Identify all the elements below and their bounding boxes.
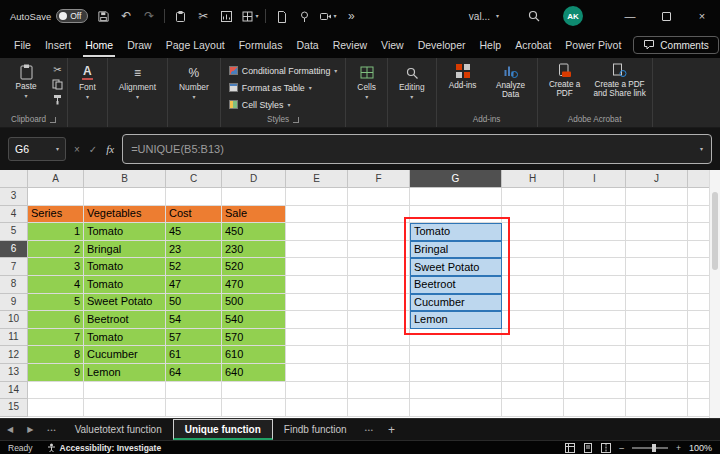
cell-A12[interactable]: 8: [28, 346, 84, 364]
cell-F12[interactable]: [348, 346, 410, 364]
cell-C15[interactable]: [166, 399, 222, 417]
row-header-13[interactable]: 13: [0, 364, 28, 382]
cell-G11[interactable]: [410, 329, 502, 347]
menu-tab-home[interactable]: Home: [83, 34, 115, 57]
cell-H7[interactable]: [502, 258, 564, 276]
row-header-9[interactable]: 9: [0, 294, 28, 312]
row-header-12[interactable]: 12: [0, 346, 28, 364]
insert-function-icon[interactable]: fx: [106, 143, 114, 155]
cell-C5[interactable]: 45: [166, 223, 222, 241]
alignment-button[interactable]: ≡ Alignment ▾: [112, 61, 163, 100]
cell-D8[interactable]: 470: [222, 276, 286, 294]
cell-B4[interactable]: Vegetables: [84, 206, 166, 224]
cell-J7[interactable]: [626, 258, 688, 276]
analyze-data-button[interactable]: Analyze Data: [489, 61, 533, 113]
menu-tab-view[interactable]: View: [379, 34, 406, 57]
cell-G10[interactable]: Lemon: [410, 311, 502, 329]
cell-B10[interactable]: Beetroot: [84, 311, 166, 329]
cell-F13[interactable]: [348, 364, 410, 382]
cell-B6[interactable]: Bringal: [84, 241, 166, 259]
cell-B8[interactable]: Tomato: [84, 276, 166, 294]
row-header-4[interactable]: 4: [0, 206, 28, 224]
cell-E14[interactable]: [286, 382, 348, 400]
cell-D5[interactable]: 450: [222, 223, 286, 241]
cell-F6[interactable]: [348, 241, 410, 259]
cell-H5[interactable]: [502, 223, 564, 241]
cell-J8[interactable]: [626, 276, 688, 294]
row-header-11[interactable]: 11: [0, 329, 28, 347]
zoom-slider[interactable]: [632, 447, 668, 449]
column-header-D[interactable]: D: [222, 170, 286, 188]
dialog-launcher-icon[interactable]: [293, 117, 299, 123]
cell-E11[interactable]: [286, 329, 348, 347]
cell-G9[interactable]: Cucumber: [410, 294, 502, 312]
cell-J5[interactable]: [626, 223, 688, 241]
column-header-B[interactable]: B: [84, 170, 166, 188]
cell-D12[interactable]: 610: [222, 346, 286, 364]
zoom-in-button[interactable]: +: [676, 443, 681, 453]
cell-D9[interactable]: 500: [222, 294, 286, 312]
cell-D6[interactable]: 230: [222, 241, 286, 259]
cell-C12[interactable]: 61: [166, 346, 222, 364]
cell-E3[interactable]: [286, 188, 348, 206]
cell-I13[interactable]: [564, 364, 626, 382]
cell-F14[interactable]: [348, 382, 410, 400]
column-header-F[interactable]: F: [348, 170, 410, 188]
name-box[interactable]: G6 ▾: [8, 137, 66, 161]
cell-B3[interactable]: [84, 188, 166, 206]
row-header-3[interactable]: 3: [0, 188, 28, 206]
cell-I9[interactable]: [564, 294, 626, 312]
cell-A9[interactable]: 5: [28, 294, 84, 312]
maximize-button[interactable]: [648, 0, 684, 32]
cell-B12[interactable]: Cucumber: [84, 346, 166, 364]
cell-D7[interactable]: 520: [222, 258, 286, 276]
cell-G5[interactable]: Tomato: [410, 223, 502, 241]
cell-A8[interactable]: 4: [28, 276, 84, 294]
cell-C10[interactable]: 54: [166, 311, 222, 329]
cell-H9[interactable]: [502, 294, 564, 312]
sheet-nav-left-icon[interactable]: ◀: [0, 419, 20, 440]
row-header-7[interactable]: 7: [0, 258, 28, 276]
close-button[interactable]: ×: [684, 0, 720, 32]
cell-C8[interactable]: 47: [166, 276, 222, 294]
accessibility-status[interactable]: Accessibility: Investigate: [47, 443, 162, 453]
cell-H4[interactable]: [502, 206, 564, 224]
search-button[interactable]: [526, 5, 542, 27]
sheet-tab-findb-function[interactable]: Findb function: [273, 419, 358, 440]
save-button[interactable]: [95, 5, 111, 27]
cell-I7[interactable]: [564, 258, 626, 276]
cell-B13[interactable]: Lemon: [84, 364, 166, 382]
cell-J9[interactable]: [626, 294, 688, 312]
new-sheet-button[interactable]: +: [381, 419, 402, 440]
row-header-15[interactable]: 15: [0, 399, 28, 417]
undo-button[interactable]: ↶: [118, 5, 134, 27]
cell-F7[interactable]: [348, 258, 410, 276]
vertical-scrollbar[interactable]: [709, 170, 720, 418]
cell-H15[interactable]: [502, 399, 564, 417]
cell-D13[interactable]: 640: [222, 364, 286, 382]
cell-I5[interactable]: [564, 223, 626, 241]
cell-F11[interactable]: [348, 329, 410, 347]
cell-C7[interactable]: 52: [166, 258, 222, 276]
column-header-I[interactable]: I: [564, 170, 626, 188]
cell-A11[interactable]: 7: [28, 329, 84, 347]
comments-button[interactable]: Comments: [633, 36, 718, 54]
cell-C6[interactable]: 23: [166, 241, 222, 259]
chart-button[interactable]: [218, 5, 234, 27]
page-break-view-button[interactable]: [601, 443, 611, 453]
menu-tab-review[interactable]: Review: [331, 34, 369, 57]
copy-button[interactable]: [52, 79, 63, 90]
create-pdf-button[interactable]: Create a PDF: [542, 61, 588, 113]
conditional-formatting-button[interactable]: Conditional Formatting ▾: [229, 63, 338, 78]
column-header-C[interactable]: C: [166, 170, 222, 188]
cell-H11[interactable]: [502, 329, 564, 347]
cell-B14[interactable]: [84, 382, 166, 400]
cancel-icon[interactable]: ×: [74, 144, 80, 155]
zoom-level[interactable]: 100%: [689, 443, 712, 453]
menu-tab-data[interactable]: Data: [294, 34, 320, 57]
cell-G6[interactable]: Bringal: [410, 241, 502, 259]
menu-tab-formulas[interactable]: Formulas: [237, 34, 285, 57]
create-pdf-share-button[interactable]: Create a PDF and Share link: [592, 61, 648, 113]
add-ins-button[interactable]: Add-ins: [441, 61, 485, 113]
format-as-table-button[interactable]: Format as Table ▾: [229, 80, 338, 95]
